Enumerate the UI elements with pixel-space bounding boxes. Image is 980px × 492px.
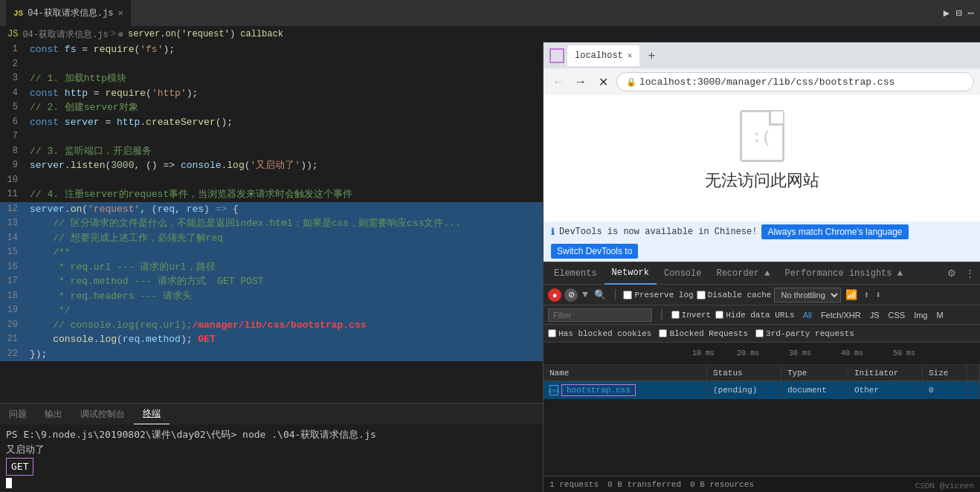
- code-area[interactable]: 1 const fs = require('fs'); 2 3 // 1. 加载…: [0, 42, 543, 403]
- cell-initiator: Other: [848, 381, 923, 399]
- code-line-16: 16 * req.url --- 请求的url，路径: [0, 260, 543, 275]
- tab-problems[interactable]: 问题: [0, 404, 36, 424]
- settings-icon[interactable]: ⚙: [944, 266, 959, 281]
- code-line-8: 8 // 3. 监听端口，开启服务: [0, 144, 543, 159]
- devtools-banner: ℹ DevTools is now available in Chinese! …: [544, 221, 980, 262]
- cell-name: css bootstrap.css: [544, 381, 707, 399]
- browser-tab[interactable]: localhost ✕: [567, 45, 639, 66]
- resources-size: 0 B resources: [690, 480, 754, 489]
- more-icon[interactable]: ⋯: [968, 7, 974, 19]
- tick-50ms: 50 ms: [893, 349, 915, 357]
- invert-checkbox[interactable]: Invert: [671, 311, 712, 320]
- lock-icon: 🔒: [626, 77, 636, 87]
- tick-30ms: 30 ms: [789, 349, 811, 357]
- back-button[interactable]: ←: [549, 73, 567, 91]
- switch-devtools-button[interactable]: Switch DevTools to: [551, 244, 638, 259]
- terminal-cursor-line: [6, 476, 537, 491]
- third-party-checkbox[interactable]: 3rd-party requests: [755, 329, 854, 338]
- col-status: Status: [707, 365, 781, 381]
- dt-tab-performance[interactable]: Performance insights ▲: [777, 262, 909, 285]
- download-icon: ⬇: [874, 289, 883, 301]
- tab-debug-console[interactable]: 调试控制台: [71, 404, 134, 424]
- preserve-log-checkbox[interactable]: Preserve log: [623, 291, 693, 300]
- code-line-13: 13 // 区分请求的文件是什么，不能总是返回index.html；如果是css…: [0, 216, 543, 231]
- layout-icon[interactable]: ⊟: [955, 7, 961, 19]
- tab-output[interactable]: 输出: [36, 404, 71, 424]
- upload-icon: ⬆: [862, 289, 871, 301]
- tick-40ms: 40 ms: [841, 349, 863, 357]
- filter-input[interactable]: [548, 308, 652, 322]
- reload-button[interactable]: ✕: [594, 73, 612, 91]
- col-rest: [967, 365, 980, 381]
- file-name: bootstrap.css: [561, 384, 636, 396]
- code-line-1: 1 const fs = require('fs');: [0, 42, 543, 57]
- editor-tab-label: 04-获取请求信息.js: [28, 7, 113, 19]
- terminal-line-2: 又启动了: [6, 442, 537, 457]
- tick-10ms: 10 ms: [692, 349, 715, 357]
- more-tools-icon[interactable]: ⋮: [962, 266, 977, 281]
- code-line-9: 9 server.listen(3000, () => console.log(…: [0, 158, 543, 173]
- match-language-button[interactable]: Always match Chrome's language: [761, 224, 908, 239]
- terminal-line-3: GET: [6, 456, 537, 476]
- tab-favicon-box: [549, 48, 564, 63]
- breadcrumb-js-icon: JS: [7, 29, 18, 39]
- dt-tab-elements[interactable]: Elements: [547, 262, 605, 285]
- type-filter-buttons: All Fetch/XHR JS CSS Img M: [799, 310, 947, 320]
- tab-terminal[interactable]: 终端: [134, 404, 170, 424]
- close-tab-icon[interactable]: ✕: [117, 7, 123, 19]
- browser-tab-close[interactable]: ✕: [628, 51, 633, 60]
- table-row[interactable]: css bootstrap.css (pending) document Oth…: [544, 381, 980, 399]
- editor-tab[interactable]: JS 04-获取请求信息.js ✕: [6, 0, 131, 26]
- code-line-14: 14 // 想要完成上述工作，必须先了解req: [0, 231, 543, 246]
- new-tab-button[interactable]: +: [642, 47, 660, 65]
- search-icon[interactable]: 🔍: [593, 289, 607, 301]
- requests-count: 1 requests: [549, 480, 599, 489]
- clear-button[interactable]: ⊘: [564, 288, 578, 302]
- col-name: Name: [544, 365, 707, 381]
- file-icon: css: [549, 385, 558, 395]
- has-blocked-cookies-checkbox[interactable]: Has blocked cookies: [548, 329, 651, 338]
- filter-css-button[interactable]: CSS: [885, 310, 909, 320]
- title-bar-controls: ▶ ⊟ ⋯: [944, 7, 974, 19]
- terminal-get-box: GET: [6, 458, 33, 476]
- code-line-15: 15 /**: [0, 245, 543, 260]
- filter-fetch-xhr-button[interactable]: Fetch/XHR: [817, 310, 865, 320]
- blocked-requests-checkbox[interactable]: Blocked Requests: [659, 329, 748, 338]
- filter-m-button[interactable]: M: [932, 310, 947, 320]
- filter-all-button[interactable]: All: [799, 310, 816, 320]
- breadcrumb-callback: server.on('request') callback: [128, 29, 283, 39]
- filter-icon[interactable]: ▼: [581, 289, 590, 300]
- error-title: 无法访问此网站: [705, 169, 819, 192]
- col-size: Size: [923, 365, 967, 381]
- cell-status: (pending): [707, 381, 781, 399]
- browser-chrome: localhost ✕ +: [544, 42, 980, 68]
- run-icon[interactable]: ▶: [944, 7, 950, 19]
- hide-data-urls-checkbox[interactable]: Hide data URLs: [715, 311, 794, 320]
- code-line-5: 5 // 2. 创建server对象: [0, 100, 543, 115]
- disable-cache-checkbox[interactable]: Disable cache: [697, 291, 772, 300]
- record-button[interactable]: ●: [548, 288, 561, 302]
- dt-tab-console[interactable]: Console: [657, 262, 709, 285]
- code-line-4: 4 const http = require('http');: [0, 86, 543, 101]
- wifi-icon: 📶: [844, 289, 859, 301]
- code-line-10: 10: [0, 173, 543, 188]
- title-bar: JS 04-获取请求信息.js ✕ ▶ ⊟ ⋯: [0, 0, 980, 26]
- filter-js-button[interactable]: JS: [866, 310, 883, 320]
- throttling-select[interactable]: No throttling: [774, 288, 841, 302]
- code-line-3: 3 // 1. 加载http模块: [0, 71, 543, 86]
- browser-nav: ← → ✕ 🔒 localhost:3000/manager/lib/css/b…: [544, 68, 980, 95]
- forward-button[interactable]: →: [572, 73, 590, 91]
- code-line-22: 22 });: [0, 347, 543, 362]
- cell-size: 0: [923, 381, 967, 399]
- dt-tab-network[interactable]: Network: [605, 262, 657, 285]
- terminal-line-1: PS E:\9.node.js\20190802\课件\day02\代码> no…: [6, 427, 537, 442]
- cursor-block: [6, 478, 12, 488]
- code-line-7: 7: [0, 129, 543, 144]
- code-line-17: 17 * req.method --- 请求的方式 GET POST: [0, 274, 543, 289]
- error-face: :(: [752, 129, 771, 147]
- network-toolbar: ● ⊘ ▼ 🔍 | Preserve log Disable cache No …: [544, 285, 980, 305]
- code-line-20: 20 // console.log(req.url);/manager/lib/…: [0, 318, 543, 333]
- filter-img-button[interactable]: Img: [910, 310, 931, 320]
- address-bar[interactable]: 🔒 localhost:3000/manager/lib/css/bootstr…: [616, 72, 974, 91]
- dt-tab-recorder[interactable]: Recorder ▲: [709, 262, 777, 285]
